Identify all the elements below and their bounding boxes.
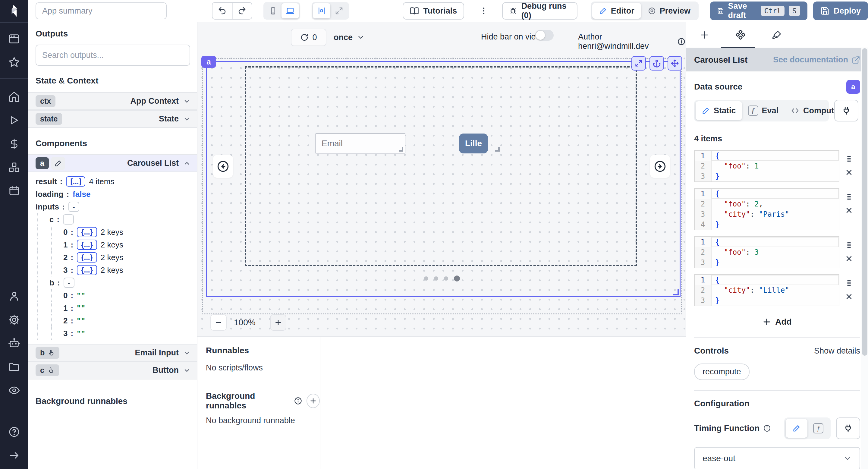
tree-row[interactable]: b:-: [28, 276, 197, 289]
email-field[interactable]: [315, 133, 405, 153]
email-resize-handle[interactable]: [399, 147, 403, 152]
button-row[interactable]: c Button: [28, 362, 197, 379]
recompute-button[interactable]: recompute: [694, 364, 749, 380]
carousel-item-container[interactable]: [245, 66, 637, 266]
anchor-component-button[interactable]: [650, 56, 664, 70]
carousel-dot[interactable]: [454, 276, 460, 282]
save-draft-button[interactable]: Save draft Ctrl S: [710, 1, 807, 20]
add-item-button[interactable]: Add: [694, 317, 860, 327]
move-component-button[interactable]: [668, 56, 682, 70]
timing-plug-button[interactable]: [836, 417, 860, 439]
tree-row[interactable]: inputs:-: [28, 200, 197, 213]
connect-plug-button[interactable]: [834, 100, 858, 122]
search-outputs-input[interactable]: [36, 44, 190, 66]
tree-row[interactable]: 0:{...}2 keys: [28, 226, 197, 239]
drag-handle-icon[interactable]: [845, 155, 853, 163]
delete-item-icon[interactable]: [845, 206, 853, 215]
tree-row[interactable]: 2:{...}2 keys: [28, 251, 197, 264]
desktop-view-button[interactable]: [281, 3, 299, 19]
drag-handle-icon[interactable]: [845, 193, 853, 201]
email-input-row[interactable]: b Email Input: [28, 344, 197, 362]
tree-row[interactable]: c:-: [28, 213, 197, 226]
timing-eval-button[interactable]: f: [807, 419, 829, 438]
folders-icon[interactable]: [0, 355, 28, 379]
insert-component-tab[interactable]: [686, 22, 722, 48]
runs-icon[interactable]: [0, 108, 28, 132]
json-editor[interactable]: 1{2 "foo": 2,3 "city": "Paris"4}: [694, 188, 839, 230]
right-panel-scrollbar[interactable]: [861, 48, 868, 469]
more-options-button[interactable]: [478, 2, 490, 20]
tree-row[interactable]: 3:"": [28, 327, 197, 340]
carousel-dot[interactable]: [434, 276, 438, 281]
carousel-prev-button[interactable]: [213, 155, 233, 178]
state-row[interactable]: state State: [28, 110, 197, 128]
tree-row[interactable]: 2:"": [28, 314, 197, 327]
zoom-out-button[interactable]: [210, 314, 227, 331]
schedules-icon[interactable]: [0, 179, 28, 202]
tree-row[interactable]: 1:{...}2 keys: [28, 239, 197, 251]
tree-row[interactable]: 3:{...}2 keys: [28, 264, 197, 276]
eval-mode-button[interactable]: f Eval: [742, 101, 785, 120]
drag-handle-icon[interactable]: [845, 241, 853, 249]
tree-row[interactable]: 0:"": [28, 289, 197, 302]
mobile-view-button[interactable]: [265, 3, 281, 19]
preview-tab[interactable]: Preview: [641, 3, 697, 19]
edit-id-button[interactable]: [51, 157, 65, 170]
json-editor[interactable]: 1{2 "foo": 13}: [694, 150, 839, 182]
debug-runs-button[interactable]: Debug runs (0): [502, 2, 578, 20]
timing-static-button[interactable]: [786, 419, 807, 438]
undo-button[interactable]: [213, 3, 232, 19]
windmill-logo[interactable]: [0, 0, 28, 22]
app-summary-input[interactable]: [36, 2, 167, 19]
component-settings-tab[interactable]: [722, 22, 758, 48]
delete-item-icon[interactable]: [845, 254, 853, 263]
variables-icon[interactable]: [0, 132, 28, 156]
fullscreen-button[interactable]: [330, 3, 348, 19]
users-icon[interactable]: [0, 285, 28, 308]
redo-button[interactable]: [232, 3, 252, 19]
drag-handle-icon[interactable]: [845, 279, 853, 287]
city-button[interactable]: Lille: [459, 133, 488, 153]
see-documentation-link[interactable]: See documentation: [773, 55, 860, 64]
timing-function-select[interactable]: ease-out: [694, 447, 860, 469]
tree-row[interactable]: 1:"": [28, 302, 197, 314]
delete-item-icon[interactable]: [845, 168, 853, 177]
component-resize-corner[interactable]: [673, 289, 679, 295]
json-editor[interactable]: 1{2 "city": "Lille"3}: [694, 274, 839, 306]
external-link-icon: [852, 56, 860, 64]
tutorials-button[interactable]: Tutorials: [403, 2, 464, 20]
carousel-dot[interactable]: [424, 276, 428, 281]
tree-row[interactable]: result:[...]4 items: [28, 175, 197, 188]
carousel-list-row[interactable]: a Carousel List: [28, 154, 197, 172]
static-mode-button[interactable]: Static: [695, 101, 742, 120]
deploy-button[interactable]: Deploy: [813, 1, 868, 20]
expand-component-button[interactable]: [631, 56, 646, 70]
resources-icon[interactable]: [0, 156, 28, 179]
carousel-next-button[interactable]: [650, 155, 670, 178]
help-icon[interactable]: [0, 420, 28, 444]
audit-eye-icon[interactable]: [0, 379, 28, 402]
json-editor[interactable]: 1{2 "foo": 33}: [694, 236, 839, 268]
workers-robot-icon[interactable]: [0, 332, 28, 355]
schedule-dropdown[interactable]: once: [334, 29, 365, 46]
center-align-button[interactable]: [313, 3, 330, 19]
apps-icon[interactable]: [0, 27, 28, 51]
home-icon[interactable]: [0, 85, 28, 108]
favorites-star-icon[interactable]: [0, 51, 28, 74]
collapse-arrow-icon[interactable]: [0, 444, 28, 467]
hide-bar-toggle[interactable]: [535, 30, 554, 41]
refresh-counter-button[interactable]: 0: [291, 29, 327, 46]
add-bg-runnable-button[interactable]: [307, 394, 320, 408]
settings-gear-icon[interactable]: [0, 308, 28, 332]
editor-tab[interactable]: Editor: [592, 3, 641, 19]
zoom-in-button[interactable]: [270, 314, 286, 331]
ctx-row[interactable]: ctx App Context: [28, 92, 197, 110]
carousel-dot[interactable]: [444, 276, 448, 281]
scrollbar-thumb[interactable]: [862, 48, 867, 356]
delete-item-icon[interactable]: [845, 292, 853, 301]
show-details-link[interactable]: Show details: [814, 346, 860, 356]
button-resize-handle[interactable]: [495, 147, 500, 152]
styling-brush-tab[interactable]: [758, 22, 795, 48]
circle-arrow-right-icon: [653, 160, 667, 173]
tree-row[interactable]: loading:false: [28, 188, 197, 200]
